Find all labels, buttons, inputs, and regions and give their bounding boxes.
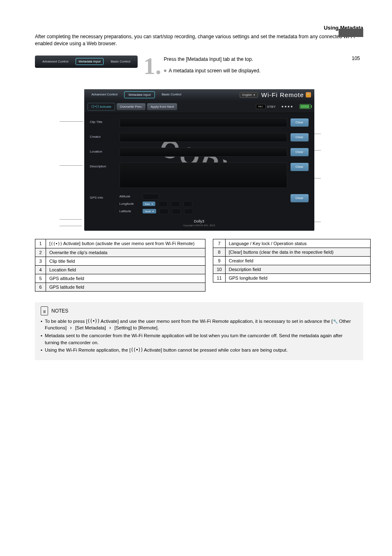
longitude-label: Longitude xyxy=(120,202,139,206)
antenna-icon xyxy=(88,319,100,324)
altitude-label: Altitude xyxy=(120,195,139,198)
activate-button[interactable]: Activate xyxy=(88,103,115,111)
longitude-input-1[interactable] xyxy=(159,201,168,207)
wrench-icon xyxy=(333,319,338,324)
antenna-icon xyxy=(91,105,99,109)
callout-table-left: 1[ Activate] button (activate the user m… xyxy=(35,239,205,292)
notes-title: NOTES xyxy=(51,308,68,314)
antenna-icon xyxy=(131,348,143,352)
altitude-input[interactable] xyxy=(143,194,159,199)
copyright-footer: Copyright CANON INC. 2013 xyxy=(84,224,314,227)
description-label: Description xyxy=(90,162,116,168)
creator-label: Creator xyxy=(90,133,116,139)
note-item: To be able to press [ Activate] and use … xyxy=(41,318,357,331)
language-selector[interactable]: English xyxy=(240,92,258,98)
clear-button[interactable]: Clear xyxy=(291,148,309,156)
ss-tab-advanced[interactable]: Advanced Control xyxy=(88,91,122,98)
clip-title-label: Clip Title xyxy=(90,118,116,124)
longitude-input-3[interactable] xyxy=(183,201,192,207)
metadata-input-screenshot: COPY Advanced Control Metadata Input Bas… xyxy=(84,89,314,231)
clear-button[interactable]: Clear xyxy=(291,163,309,171)
small-tab-basic: Basic Control xyxy=(108,58,133,65)
stby-label: STBY xyxy=(267,105,276,109)
clear-button[interactable]: Clear xyxy=(291,133,309,141)
overwrite-prev-button[interactable]: Overwrite Prev. xyxy=(117,103,146,110)
latitude-input-1[interactable] xyxy=(159,208,168,214)
lock-icon[interactable]: 🔒 xyxy=(306,92,311,97)
small-tab-metadata: Metadata Input xyxy=(76,58,103,65)
location-input[interactable] xyxy=(120,148,287,157)
latitude-input-2[interactable] xyxy=(172,208,181,214)
description-input[interactable] xyxy=(120,162,287,188)
intro-paragraph: After completing the necessary preparati… xyxy=(35,33,363,47)
latitude-input-3[interactable] xyxy=(184,208,193,214)
notes-box: NOTES To be able to press [ Activate] an… xyxy=(35,302,363,360)
page-header: Using Metadata xyxy=(35,25,363,31)
creator-input[interactable] xyxy=(120,133,287,142)
antenna-icon xyxy=(51,241,62,246)
longitude-input-2[interactable] xyxy=(171,201,180,207)
wifi-remote-logo: Wi-Fi Remote xyxy=(261,91,304,98)
clip-title-input[interactable] xyxy=(120,118,287,127)
battery-icon xyxy=(300,104,311,109)
signal-dots: ●●●● xyxy=(281,104,294,109)
page-number: 105 xyxy=(352,56,360,61)
notes-icon xyxy=(41,306,48,315)
gps-info-label: GPS Info xyxy=(90,194,116,199)
chevron-right-icon xyxy=(106,325,115,331)
clear-button[interactable]: Clear xyxy=(291,194,309,202)
clear-button[interactable]: Clear xyxy=(291,118,309,127)
latitude-direction-select[interactable]: North xyxy=(143,209,157,213)
section-tab xyxy=(339,29,363,37)
step-number: 1. xyxy=(143,56,161,77)
location-label: Location xyxy=(90,148,116,153)
latitude-label: Latitude xyxy=(120,209,139,213)
note-item: Metadata sent to the camcorder from the … xyxy=(41,332,357,346)
apply-from-next-button[interactable]: Apply from Next xyxy=(147,103,177,110)
step-sub: A metadata input screen will be displaye… xyxy=(169,68,261,74)
bullet-icon xyxy=(164,70,166,72)
small-tab-advanced: Advanced Control xyxy=(40,58,71,65)
callout-table-right: 7Language / Key lock / Operation status … xyxy=(213,239,371,283)
step-main: Press the [Metadata Input] tab at the to… xyxy=(164,56,261,63)
ss-tab-metadata[interactable]: Metadata Input xyxy=(124,91,155,98)
small-tabs-screenshot: Advanced Control Metadata Input Basic Co… xyxy=(35,56,138,68)
note-item: Using the Wi-Fi Remote application, the … xyxy=(41,347,357,354)
chevron-right-icon xyxy=(67,325,75,331)
ss-tab-basic[interactable]: Basic Control xyxy=(157,91,185,98)
clip-name-footer: Dolly3 xyxy=(84,219,314,223)
rec-mode-icon: REC xyxy=(256,104,265,109)
longitude-direction-select[interactable]: East xyxy=(143,202,155,206)
